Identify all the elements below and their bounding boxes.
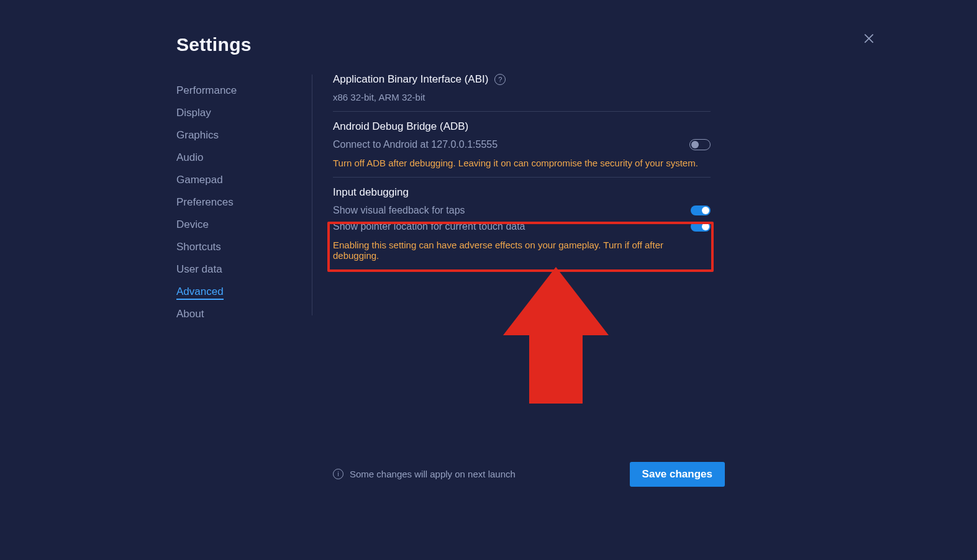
- sidebar-item-about[interactable]: About: [176, 303, 301, 325]
- footer-note: i Some changes will apply on next launch: [333, 469, 516, 479]
- sidebar-item-display[interactable]: Display: [176, 102, 301, 124]
- adb-heading: Android Debug Bridge (ADB): [333, 120, 468, 133]
- taps-toggle[interactable]: [691, 205, 711, 215]
- info-icon: i: [333, 469, 343, 479]
- svg-marker-0: [503, 267, 609, 404]
- sidebar-item-shortcuts[interactable]: Shortcuts: [176, 236, 301, 258]
- help-icon[interactable]: ?: [494, 74, 506, 85]
- pointer-toggle[interactable]: [691, 222, 711, 232]
- sidebar-item-device[interactable]: Device: [176, 214, 301, 236]
- abi-value: x86 32-bit, ARM 32-bit: [333, 92, 711, 102]
- sidebar-item-user-data[interactable]: User data: [176, 258, 301, 281]
- close-icon: [863, 32, 875, 45]
- input-debug-warning: Enabling this setting can have adverse e…: [333, 240, 711, 261]
- sidebar-item-audio[interactable]: Audio: [176, 147, 301, 169]
- sidebar-item-graphics[interactable]: Graphics: [176, 124, 301, 147]
- footer-note-text: Some changes will apply on next launch: [350, 469, 516, 479]
- sidebar-item-gamepad[interactable]: Gamepad: [176, 169, 301, 191]
- sidebar-item-performance[interactable]: Performance: [176, 79, 301, 102]
- close-button[interactable]: [860, 30, 878, 47]
- input-debug-heading: Input debugging: [333, 186, 409, 199]
- annotation-arrow-icon: [503, 267, 609, 404]
- abi-heading: Application Binary Interface (ABI): [333, 73, 488, 86]
- pointer-label: Show pointer location for current touch …: [333, 221, 525, 232]
- taps-label: Show visual feedback for taps: [333, 205, 465, 216]
- sidebar-item-preferences[interactable]: Preferences: [176, 191, 301, 214]
- input-debug-section: Input debugging Show visual feedback for…: [333, 186, 711, 269]
- settings-sidebar: Performance Display Graphics Audio Gamep…: [176, 79, 301, 325]
- sidebar-divider: [312, 75, 312, 315]
- settings-content: Application Binary Interface (ABI) ? x86…: [333, 73, 711, 278]
- page-title: Settings: [176, 34, 252, 55]
- abi-section: Application Binary Interface (ABI) ? x86…: [333, 73, 711, 112]
- sidebar-item-advanced[interactable]: Advanced: [176, 281, 301, 303]
- adb-section: Android Debug Bridge (ADB) Connect to An…: [333, 120, 711, 178]
- save-changes-button[interactable]: Save changes: [630, 462, 725, 487]
- adb-warning: Turn off ADB after debugging. Leaving it…: [333, 158, 711, 168]
- adb-connect-label: Connect to Android at 127.0.0.1:5555: [333, 139, 498, 150]
- adb-toggle[interactable]: [689, 139, 711, 150]
